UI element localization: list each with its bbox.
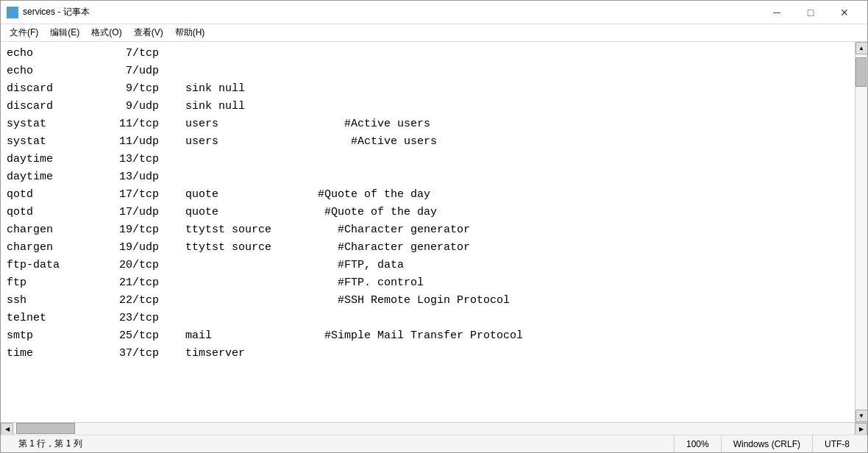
vertical-scrollbar[interactable]: ▲ ▼ <box>855 42 867 422</box>
notepad-window: services - 记事本 ─ □ ✕ 文件(F) 编辑(E) 格式(O) 查… <box>0 0 868 453</box>
window-controls: ─ □ ✕ <box>760 1 861 24</box>
menu-format[interactable]: 格式(O) <box>85 25 127 40</box>
app-icon <box>7 7 18 18</box>
scroll-thumb-vertical[interactable] <box>855 57 867 87</box>
minimize-button[interactable]: ─ <box>760 1 794 24</box>
status-zoom: 100% <box>675 435 722 452</box>
scroll-right-button[interactable]: ▶ <box>855 423 867 435</box>
scroll-left-button[interactable]: ◀ <box>1 423 13 435</box>
window-title: services - 记事本 <box>23 6 760 18</box>
text-editor[interactable]: echo 7/tcp echo 7/udp discard 9/tcp sink… <box>1 42 855 422</box>
status-bar: 第 1 行，第 1 列 100% Windows (CRLF) UTF-8 <box>1 435 867 452</box>
scroll-track-vertical[interactable] <box>855 54 867 410</box>
status-charset: UTF-8 <box>813 435 861 452</box>
content-area: echo 7/tcp echo 7/udp discard 9/tcp sink… <box>1 42 867 422</box>
horizontal-scrollbar[interactable]: ◀ ▶ <box>1 422 867 435</box>
menu-edit[interactable]: 编辑(E) <box>44 25 85 40</box>
title-bar: services - 记事本 ─ □ ✕ <box>1 1 867 24</box>
close-button[interactable]: ✕ <box>828 1 861 24</box>
menu-file[interactable]: 文件(F) <box>4 25 44 40</box>
maximize-button[interactable]: □ <box>794 1 828 24</box>
scroll-down-button[interactable]: ▼ <box>855 410 868 422</box>
menu-help[interactable]: 帮助(H) <box>169 25 211 40</box>
status-position: 第 1 行，第 1 列 <box>7 435 675 452</box>
status-encoding: Windows (CRLF) <box>722 435 813 452</box>
scroll-track-horizontal[interactable] <box>13 423 855 435</box>
scroll-up-button[interactable]: ▲ <box>855 42 868 54</box>
scroll-thumb-horizontal[interactable] <box>16 423 75 434</box>
menu-view[interactable]: 查看(V) <box>128 25 169 40</box>
menu-bar: 文件(F) 编辑(E) 格式(O) 查看(V) 帮助(H) <box>1 24 867 42</box>
